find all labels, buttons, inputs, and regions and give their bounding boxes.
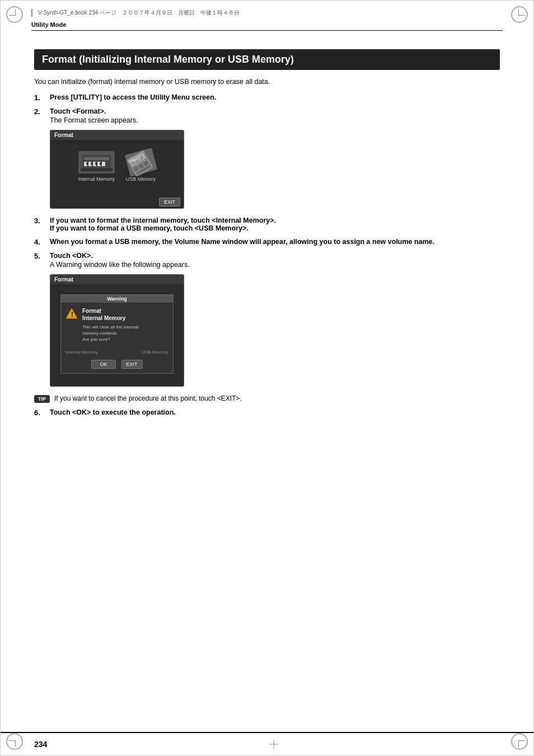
crosshair-top-left — [6, 6, 23, 23]
svg-rect-9 — [95, 162, 97, 165]
header-meta: V-Synth-GT_e.book 234 ページ ２００７年４月９日 月曜日 … — [31, 9, 503, 17]
screenshot-format: Format — [50, 130, 184, 209]
bg-label-right: USB Memory — [142, 350, 168, 355]
step-3-sub-text: If you want to format a USB memory, touc… — [50, 224, 249, 232]
exit-button-2[interactable]: EXIT — [121, 360, 143, 369]
svg-rect-8 — [91, 162, 93, 165]
synth-svg — [81, 154, 112, 171]
ok-button[interactable]: OK — [91, 360, 115, 369]
screenshot-2-footer — [56, 378, 178, 381]
step-4-title: When you format a USB memory, the Volume… — [50, 238, 500, 246]
step-5-content: Touch <OK>. A Warning window like the fo… — [50, 252, 500, 269]
section-heading: Format (Initializing Internal Memory or … — [34, 49, 500, 70]
section-label: Utility Mode — [31, 19, 503, 31]
step-2-title: Touch <Format>. — [50, 107, 500, 115]
svg-text:!: ! — [71, 311, 73, 318]
warning-dialog-titlebar: Warning — [61, 295, 173, 303]
step-2-content: Touch <Format>. The Format screen appear… — [50, 107, 500, 124]
screenshot-warning-titlebar: Format — [50, 275, 184, 284]
screenshot-format-content: Internal Memory Roland — [50, 140, 184, 196]
warning-bg-labels: Internal Memory USB Memory — [61, 348, 173, 357]
exit-button-1[interactable]: EXIT — [159, 198, 180, 206]
svg-rect-1 — [84, 157, 109, 160]
warning-text-area: FormatInternal Memory This will clear al… — [82, 307, 168, 343]
usb-memory-icon: Roland — [124, 148, 157, 177]
step-1: 1. Press [UTILITY] to access the Utility… — [34, 93, 500, 102]
warning-dialog: Warning ! FormatInternal Memory This wil… — [60, 294, 174, 374]
usb-memory-item: Roland USB Memory — [126, 151, 156, 182]
step-3-number: 3. — [34, 217, 50, 225]
warning-buttons: OK EXIT — [61, 357, 173, 373]
step-2: 2. Touch <Format>. The Format screen app… — [34, 107, 500, 124]
internal-memory-icon — [78, 151, 115, 173]
step-6: 6. Touch <OK> to execute the operation. — [34, 408, 500, 417]
warning-triangle-icon: ! — [65, 307, 78, 320]
svg-rect-10 — [100, 162, 102, 165]
screenshot-format-footer: EXIT — [50, 196, 184, 208]
step-2-sub: The Format screen appears. — [50, 116, 500, 124]
step-6-title: Touch <OK> to execute the operation. — [50, 408, 500, 416]
tip-badge: TIP — [34, 395, 50, 403]
step-1-title: Press [UTILITY] to access the Utility Me… — [50, 93, 216, 101]
screenshot-format-titlebar: Format — [50, 130, 184, 140]
tip-box: TIP If you want to cancel the procedure … — [34, 395, 500, 403]
step-2-number: 2. — [34, 107, 50, 116]
usb-svg: Roland — [124, 148, 157, 178]
step-5-number: 5. — [34, 252, 50, 260]
footer-crosshair-icon — [268, 739, 279, 750]
tip-text: If you want to cancel the procedure at t… — [54, 395, 242, 402]
step-3-title: If you want to format the internal memor… — [50, 217, 500, 232]
svg-rect-7 — [86, 162, 88, 165]
warning-title-text: FormatInternal Memory — [82, 307, 168, 322]
screenshot-warning-content: Warning ! FormatInternal Memory This wil… — [50, 284, 184, 386]
corner-mark-top-right — [505, 6, 528, 29]
step-1-content: Press [UTILITY] to access the Utility Me… — [50, 93, 500, 101]
screenshot-warning: Format Warning ! FormatInternal Memory — [50, 274, 184, 387]
page-number: 234 — [34, 740, 47, 749]
step-1-number: 1. — [34, 93, 50, 102]
footer-center-mark — [47, 739, 500, 750]
page-header: V-Synth-GT_e.book 234 ページ ２００７年４月９日 月曜日 … — [1, 1, 533, 44]
step-6-content: Touch <OK> to execute the operation. — [50, 408, 500, 416]
step-5: 5. Touch <OK>. A Warning window like the… — [34, 252, 500, 269]
warning-body: ! FormatInternal Memory This will clear … — [61, 303, 173, 348]
warning-icon: ! — [65, 307, 78, 320]
step-6-number: 6. — [34, 408, 50, 417]
page-container: V-Synth-GT_e.book 234 ページ ２００７年４月９日 月曜日 … — [0, 0, 534, 756]
step-3-title-text: If you want to format the internal memor… — [50, 217, 276, 224]
svg-rect-6 — [102, 162, 105, 166]
step-3-content: If you want to format the internal memor… — [50, 217, 500, 232]
step-4-content: When you format a USB memory, the Volume… — [50, 238, 500, 246]
content-area: Format (Initializing Internal Memory or … — [1, 44, 533, 434]
step-4: 4. When you format a USB memory, the Vol… — [34, 238, 500, 246]
corner-mark-top-left — [6, 6, 29, 29]
crosshair-top-right — [511, 6, 528, 23]
bg-label-left: Internal Memory — [65, 350, 98, 355]
internal-memory-label: Internal Memory — [78, 176, 115, 182]
intro-text: You can initialize (format) internal mem… — [34, 78, 500, 86]
memory-icons-row: Internal Memory Roland — [56, 145, 178, 187]
step-5-title: Touch <OK>. — [50, 252, 500, 260]
internal-memory-item: Internal Memory — [78, 151, 115, 182]
step-3: 3. If you want to format the internal me… — [34, 217, 500, 232]
page-footer: 234 — [1, 732, 533, 755]
warning-desc-text: This will clear all the internalmemory c… — [82, 324, 168, 343]
step-5-sub: A Warning window like the following appe… — [50, 261, 500, 269]
step-4-number: 4. — [34, 238, 50, 246]
